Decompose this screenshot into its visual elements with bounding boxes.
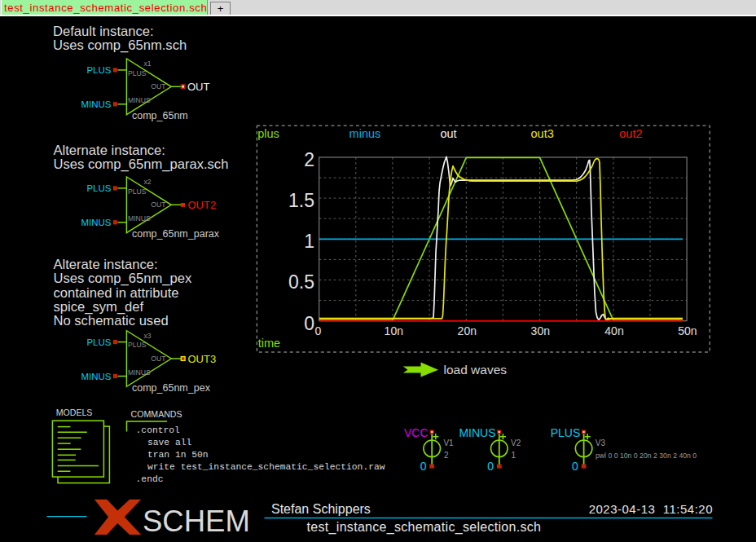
svg-text:write test_instance_schematic_: write test_instance_schematic_selection.… [147, 462, 385, 472]
svg-text:.control: .control [136, 425, 180, 435]
svg-text:OUT: OUT [151, 200, 166, 209]
svg-text:Alterate instance:: Alterate instance: [54, 257, 158, 272]
svg-text:MINUS: MINUS [81, 372, 111, 381]
svg-text:PLUS: PLUS [128, 69, 147, 77]
svg-text:MINUS: MINUS [81, 99, 111, 109]
svg-text:MODELS: MODELS [56, 408, 93, 417]
svg-text:30n: 30n [531, 324, 550, 337]
svg-text:10n: 10n [385, 324, 403, 337]
svg-text:Alternate instance:: Alternate instance: [54, 143, 165, 158]
svg-text:x2: x2 [144, 178, 152, 186]
svg-text:OUT: OUT [187, 81, 210, 93]
svg-text:tran 1n 50n: tran 1n 50n [147, 450, 209, 460]
svg-text:out3: out3 [531, 127, 554, 140]
svg-text:No schematic used: No schematic used [54, 313, 169, 328]
svg-text:Uses comp_65nm.sch: Uses comp_65nm.sch [53, 37, 187, 53]
svg-text:pwl 0 0 10n 0 20n 2 30n 2 40n: pwl 0 0 10n 0 20n 2 30n 2 40n 0 [596, 452, 697, 460]
svg-text:1.5: 1.5 [288, 190, 314, 211]
svg-text:V1: V1 [443, 438, 454, 447]
svg-text:SCHEM: SCHEM [143, 505, 250, 538]
svg-text:PLUS: PLUS [86, 337, 111, 347]
svg-text:0.5: 0.5 [288, 271, 314, 293]
svg-text:0: 0 [420, 460, 427, 473]
svg-text:comp_65nm_pex: comp_65nm_pex [132, 382, 211, 394]
svg-text:0: 0 [487, 460, 494, 473]
svg-text:PLUS: PLUS [551, 426, 581, 439]
svg-text:MINUS: MINUS [128, 214, 151, 223]
svg-text:0: 0 [304, 313, 314, 334]
svg-text:contained in attribute: contained in attribute [54, 285, 179, 301]
svg-text:50n: 50n [678, 324, 697, 337]
svg-text:0: 0 [572, 460, 578, 473]
svg-text:PLUS: PLUS [86, 65, 111, 75]
svg-text:out: out [440, 127, 456, 140]
svg-text:Uses comp_65nm_parax.sch: Uses comp_65nm_parax.sch [54, 156, 229, 172]
svg-text:MINUS: MINUS [128, 368, 151, 377]
svg-text:x1: x1 [144, 59, 152, 68]
svg-text:MINUS: MINUS [81, 218, 111, 227]
svg-text:OUT: OUT [151, 82, 166, 90]
svg-text:MINUS: MINUS [128, 96, 151, 104]
svg-text:Stefan Schippers: Stefan Schippers [271, 502, 371, 516]
svg-text:minus: minus [349, 127, 381, 140]
svg-text:time: time [258, 337, 280, 350]
svg-text:out2: out2 [619, 127, 642, 140]
svg-text:V3: V3 [596, 438, 606, 447]
svg-text:comp_65nm: comp_65nm [132, 110, 188, 121]
svg-text:.endc: .endc [136, 474, 164, 484]
svg-text:40n: 40n [604, 324, 623, 337]
svg-text:20n: 20n [458, 324, 477, 337]
svg-text:OUT: OUT [151, 355, 166, 363]
svg-text:2023-04-13 11:54:20: 2023-04-13 11:54:20 [589, 502, 713, 516]
svg-text:V2: V2 [511, 438, 521, 447]
svg-text:PLUS: PLUS [128, 187, 147, 196]
svg-text:PLUS: PLUS [86, 183, 111, 193]
svg-text:OUT3: OUT3 [188, 353, 217, 365]
svg-text:x3: x3 [144, 332, 152, 340]
svg-text:OUT2: OUT2 [188, 199, 217, 211]
svg-text:test_instance_schematic_select: test_instance_schematic_selection.sch [307, 520, 542, 535]
svg-text:1: 1 [304, 231, 314, 252]
svg-text:PLUS: PLUS [128, 341, 147, 349]
svg-text:2: 2 [444, 451, 449, 460]
svg-text:spice_sym_def: spice_sym_def [54, 299, 144, 315]
svg-text:Uses comp_65nm_pex: Uses comp_65nm_pex [54, 271, 192, 286]
svg-text:plus: plus [257, 127, 279, 140]
svg-text:COMMANDS: COMMANDS [131, 409, 182, 419]
svg-text:MINUS: MINUS [459, 426, 495, 439]
svg-text:1: 1 [512, 451, 516, 460]
svg-text:0: 0 [315, 324, 322, 337]
svg-text:2: 2 [304, 149, 314, 170]
svg-text:comp_65nm_parax: comp_65nm_parax [132, 228, 220, 240]
svg-text:VCC: VCC [404, 426, 429, 439]
svg-text:load waves: load waves [444, 363, 508, 377]
svg-text:save all: save all [147, 438, 191, 447]
